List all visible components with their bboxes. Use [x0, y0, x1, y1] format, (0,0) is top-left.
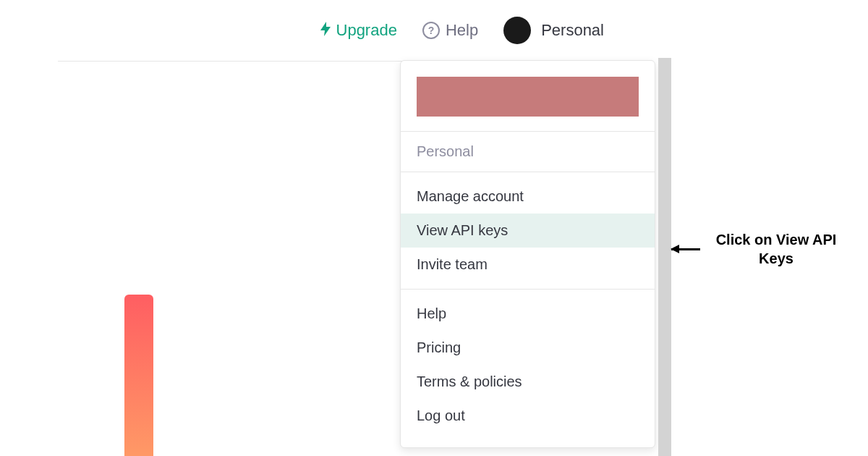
dropdown-org-label: Personal — [401, 132, 655, 172]
annotation-line1: Click on View API — [716, 232, 837, 248]
annotation-text: Click on View API Keys — [707, 230, 845, 268]
help-icon: ? — [422, 22, 440, 39]
menu-item-help[interactable]: Help — [401, 297, 655, 331]
top-header: Upgrade ? Help Personal — [58, 0, 626, 62]
help-label: Help — [446, 21, 478, 40]
menu-item-view-api-keys[interactable]: View API keys — [401, 214, 655, 248]
arrow-icon — [671, 248, 700, 250]
upgrade-label: Upgrade — [336, 21, 397, 40]
arrow-head-icon — [671, 245, 679, 253]
dropdown-account-group: Manage account View API keys Invite team — [401, 172, 655, 289]
upgrade-link[interactable]: Upgrade — [320, 21, 397, 40]
menu-item-pricing[interactable]: Pricing — [401, 331, 655, 365]
redacted-user-info — [417, 77, 639, 117]
help-link[interactable]: ? Help — [422, 21, 478, 40]
user-dropdown-menu: Personal Manage account View API keys In… — [400, 60, 655, 448]
menu-item-manage-account[interactable]: Manage account — [401, 180, 655, 214]
annotation-line2: Keys — [759, 250, 793, 266]
decorative-gradient-strip — [124, 295, 153, 456]
menu-item-terms[interactable]: Terms & policies — [401, 365, 655, 399]
menu-item-invite-team[interactable]: Invite team — [401, 248, 655, 282]
dropdown-other-group: Help Pricing Terms & policies Log out — [401, 289, 655, 447]
dropdown-header — [401, 61, 655, 131]
scrollbar-track[interactable] — [658, 58, 671, 456]
user-menu-trigger[interactable]: Personal — [503, 17, 604, 44]
bolt-icon — [320, 22, 332, 40]
annotation-callout: Click on View API Keys — [671, 230, 845, 268]
user-label: Personal — [541, 21, 604, 40]
dropdown-org-section: Personal — [401, 131, 655, 172]
avatar — [503, 17, 531, 44]
menu-item-logout[interactable]: Log out — [401, 399, 655, 433]
